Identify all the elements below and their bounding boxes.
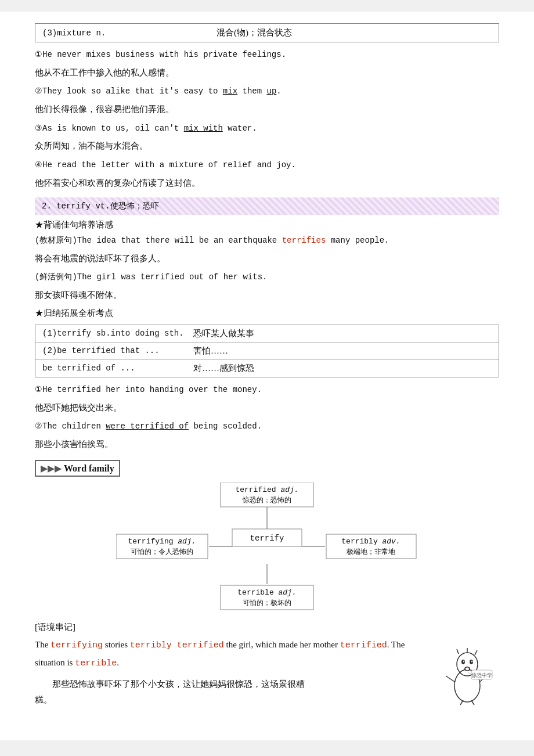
terrifies-word: terrifies bbox=[282, 236, 326, 245]
context-section: [语境串记] The terrifying stories terribly t… bbox=[35, 622, 499, 708]
arrows-icon: ▶▶▶ bbox=[41, 463, 62, 474]
terrified-ctx: terrified bbox=[340, 640, 387, 650]
context-en: The terrifying stories terribly terrifie… bbox=[35, 636, 430, 672]
phrases-table: (1)terrify sb.into doing sth. 恐吓某人做某事 (2… bbox=[35, 325, 499, 377]
cartoon-svg: 惊恐中学 bbox=[441, 642, 493, 706]
mix-ex3-en: ③As is known to us, oil can't mix with w… bbox=[35, 122, 499, 136]
page: (3)mixture n. 混合(物)；混合状态 ①He never mixes… bbox=[0, 12, 534, 740]
context-bottom: 那些恐怖故事吓坏了那个小女孩，这让她妈妈很惊恐，这场景很糟 糕。 bbox=[35, 676, 430, 708]
terrify-ex1-cn: 将会有地震的说法吓坏了很多人。 bbox=[35, 251, 499, 267]
mix-ex2-cn: 他们长得很像，很容易把他们弄混。 bbox=[35, 102, 499, 117]
ex1-label: (教材原句) bbox=[35, 236, 77, 245]
phrase-2-meaning: 害怕…… bbox=[193, 345, 492, 357]
word-family-label: Word family bbox=[64, 463, 114, 474]
terrify-ex2-cn: 那女孩吓得魂不附体。 bbox=[35, 288, 499, 303]
star2: ★归纳拓展全析考点 bbox=[35, 308, 499, 319]
phrase-row-1: (1)terrify sb.into doing sth. 恐吓某人做某事 bbox=[35, 325, 499, 343]
terrified-of-phrase: were terrified of bbox=[106, 422, 189, 431]
ex2-label: (鲜活例句) bbox=[35, 272, 77, 282]
svg-text:terrify: terrify bbox=[250, 534, 284, 543]
wf-svg: terrify terrified adj. 惊恐的；恐怖的 terrifyin… bbox=[116, 483, 418, 610]
mixture-meaning: 混合(物)；混合状态 bbox=[217, 27, 492, 38]
wf-arrow-box: ▶▶▶ Word family bbox=[35, 460, 120, 477]
phrase-2-text: (2)be terrified that ... bbox=[42, 346, 193, 355]
mix-ex4-cn: 他怀着安心和欢喜的复杂心情读了这封信。 bbox=[35, 176, 499, 191]
svg-text:terrified adj.: terrified adj. bbox=[235, 485, 298, 494]
svg-line-26 bbox=[457, 649, 459, 654]
phrase-1-text: (1)terrify sb.into doing sth. bbox=[42, 329, 193, 338]
mixture-header-row: (3)mixture n. 混合(物)；混合状态 bbox=[35, 24, 499, 42]
svg-line-28 bbox=[475, 650, 477, 655]
mix-ex2-en: ②They look so alike that it's easy to mi… bbox=[35, 85, 499, 99]
mix-ex1-cn: 他从不在工作中掺入他的私人感情。 bbox=[35, 66, 499, 81]
terrify-ex3-cn: 他恐吓她把钱交出来。 bbox=[35, 401, 499, 416]
terrify-ex4-en: ②The children were terrified of being sc… bbox=[35, 420, 499, 434]
svg-point-23 bbox=[471, 661, 472, 663]
mix-ex1-en: ①He never mixes business with his privat… bbox=[35, 48, 499, 62]
terrible-ctx: terrible bbox=[75, 658, 117, 668]
star1: ★背诵佳句培养语感 bbox=[35, 219, 499, 231]
svg-point-20 bbox=[461, 660, 465, 664]
terrify-ex4-cn: 那些小孩害怕挨骂。 bbox=[35, 437, 499, 452]
word-family-header: ▶▶▶ Word family bbox=[35, 460, 499, 477]
word-family-diagram: terrify terrified adj. 惊恐的；恐怖的 terrifyin… bbox=[35, 483, 499, 610]
terrify-section-header: 2. terrify vt.使恐怖；恐吓 bbox=[35, 197, 499, 215]
svg-text:terrible adj.: terrible adj. bbox=[237, 588, 296, 597]
context-cn-line2: 糕。 bbox=[35, 692, 430, 708]
svg-text:极端地；非常地: 极端地；非常地 bbox=[346, 548, 395, 556]
context-label: [语境串记] bbox=[35, 622, 499, 633]
terrify-ex1-en: (教材原句)The idea that there will be an ear… bbox=[35, 234, 499, 248]
phrase-3-text: be terrified of ... bbox=[42, 363, 193, 373]
mix-ex3-cn: 众所周知，油不能与水混合。 bbox=[35, 139, 499, 154]
context-text: The terrifying stories terribly terrifie… bbox=[35, 636, 430, 708]
phrase-3-meaning: 对……感到惊恐 bbox=[193, 363, 492, 374]
terrify-ex2-en: (鲜活例句)The girl was terrified out of her … bbox=[35, 271, 499, 285]
svg-text:惊恐的；恐怖的: 惊恐的；恐怖的 bbox=[242, 496, 291, 504]
terrify-ex3-en: ①He terrified her into handing over the … bbox=[35, 383, 499, 397]
mixture-table: (3)mixture n. 混合(物)；混合状态 bbox=[35, 23, 499, 42]
svg-point-25 bbox=[466, 668, 469, 671]
mix-ex4-en: ④He read the letter with a mixture of re… bbox=[35, 159, 499, 172]
terribly-terrified-ctx: terribly terrified bbox=[130, 640, 224, 650]
mixture-examples: ①He never mixes business with his privat… bbox=[35, 48, 499, 190]
svg-text:惊恐中学: 惊恐中学 bbox=[471, 672, 492, 678]
svg-point-22 bbox=[463, 661, 464, 663]
terrify-header-text: 2. terrify vt.使恐怖；恐吓 bbox=[42, 201, 159, 211]
mixture-entry: (3)mixture n. bbox=[42, 28, 217, 38]
context-cn-indent: 那些恐怖故事吓坏了那个小女孩，这让她妈妈很惊恐，这场景很糟 bbox=[35, 676, 430, 692]
phrase-1-meaning: 恐吓某人做某事 bbox=[193, 328, 492, 339]
svg-point-21 bbox=[470, 660, 473, 664]
svg-text:可怕的；极坏的: 可怕的；极坏的 bbox=[243, 599, 291, 607]
terrifying-ctx: terrifying bbox=[50, 640, 103, 650]
phrase-row-2: (2)be terrified that ... 害怕…… bbox=[35, 343, 499, 360]
svg-text:terribly adv.: terribly adv. bbox=[341, 537, 400, 546]
svg-text:terrifying adj.: terrifying adj. bbox=[128, 537, 196, 546]
svg-line-29 bbox=[446, 676, 454, 682]
context-layout: The terrifying stories terribly terrifie… bbox=[35, 636, 499, 708]
phrase-row-3: be terrified of ... 对……感到惊恐 bbox=[35, 360, 499, 377]
cartoon-image: 惊恐中学 bbox=[435, 642, 499, 706]
svg-text:可怕的；令人恐怖的: 可怕的；令人恐怖的 bbox=[131, 548, 193, 556]
